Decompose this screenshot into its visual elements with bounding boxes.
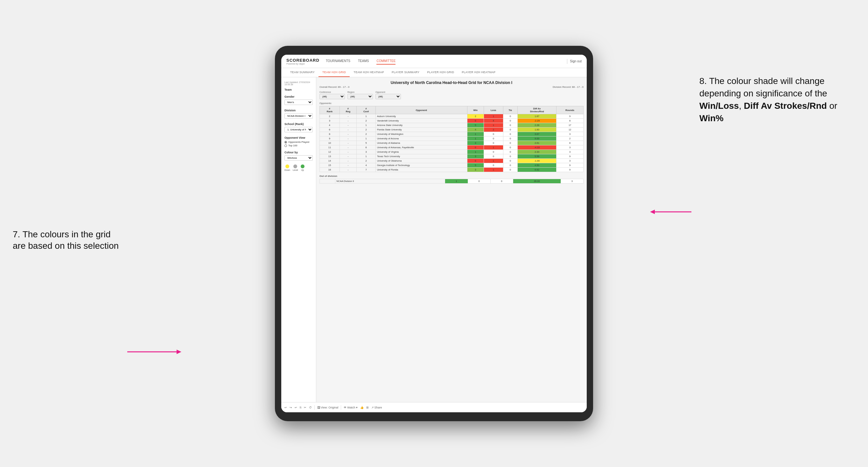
legend-up: Up <box>301 164 305 171</box>
sub-nav-team-h2h-heatmap[interactable]: TEAM H2H HEATMAP <box>350 68 388 77</box>
col-rank: #Rank <box>320 106 340 114</box>
arrow-left-icon <box>124 345 181 358</box>
sidebar-gender-section: Gender Men's <box>284 95 313 105</box>
table-row: 4 - 1 Arizona State University 5 1 0 2.2… <box>320 123 584 128</box>
grid-subtitle: Overall Record: 89 - 17 - 0 Division Rec… <box>319 86 584 88</box>
sidebar-timestamp: Last Updated: 27/03/2024 16:55:38 <box>284 81 313 86</box>
view-original-btn[interactable]: 🖼 View: Original <box>317 406 338 409</box>
legend-up-label: Up <box>301 169 304 171</box>
opponent-filter-label: Opponent <box>375 91 401 93</box>
color-legend: Down Level Up <box>284 164 313 171</box>
table-row: 9 - 1 University of Arizona 1 0 0 9.00 2 <box>320 136 584 141</box>
opponent-view-radio-group: Opponents Played Top 100 <box>284 141 313 147</box>
sidebar-division-label: Division <box>284 109 313 112</box>
radio-top100[interactable]: Top 100 <box>284 144 313 147</box>
col-diff: Diff AvStrokes/Rnd <box>517 106 556 114</box>
toolbar-icon2[interactable]: ⊞ <box>366 406 369 409</box>
table-row: 8 - 2 University of Washington 1 0 0 3.6… <box>320 132 584 136</box>
nav-links: TOURNAMENTS TEAMS COMMITTEE <box>326 58 567 65</box>
tablet-frame: SCOREBOARD Powered by clippd TOURNAMENTS… <box>275 46 593 421</box>
col-opponent: Opponent <box>375 106 467 114</box>
annotation-right-text: 8. The colour shade will change dependin… <box>700 76 827 98</box>
sidebar-gender-label: Gender <box>284 95 313 98</box>
sidebar-team-section: Team <box>284 88 313 91</box>
out-of-division: Out of division NCAA Division II 1 0 0 2… <box>319 175 584 184</box>
division-select[interactable]: NCAA Division I <box>284 113 313 119</box>
filters-row: Conference (All) Region (All) Opponent <box>319 91 584 99</box>
out-of-division-title: Out of division <box>319 175 584 178</box>
table-row: 12 - 3 University of Virginia 1 0 0 2.33… <box>320 150 584 154</box>
logo-sub: Powered by clippd <box>286 63 319 65</box>
toolbar-undo[interactable]: ↩ <box>284 406 287 409</box>
conference-filter: Conference (All) <box>319 91 345 99</box>
toolbar-redo[interactable]: ↪ <box>289 406 292 409</box>
col-loss: Loss <box>484 106 503 114</box>
table-row: 14 - 2 University of Oklahoma 0 1 0 -1.0… <box>320 159 584 163</box>
overall-record: Overall Record: 89 - 17 - 0 <box>319 86 349 88</box>
logo-area: SCOREBOARD Powered by clippd <box>286 58 319 65</box>
nav-tournaments[interactable]: TOURNAMENTS <box>326 58 350 65</box>
radio-dot-1 <box>284 141 287 144</box>
nav-teams[interactable]: TEAMS <box>358 58 369 65</box>
sub-nav-player-h2h-heatmap[interactable]: PLAYER H2H HEATMAP <box>458 68 499 77</box>
annotation-right: 8. The colour shade will change dependin… <box>700 75 859 125</box>
annotation-bold-2: Diff Av Strokes/Rnd <box>744 101 827 111</box>
gender-select[interactable]: Men's <box>284 100 313 105</box>
region-select[interactable]: (All) <box>347 94 373 99</box>
nav-divider <box>567 59 567 64</box>
annotation-left: 7. The colours in the grid are based on … <box>13 229 121 252</box>
sub-nav-team-summary[interactable]: TEAM SUMMARY <box>286 68 318 77</box>
conference-select[interactable]: (All) <box>319 94 345 99</box>
radio-opponents-played[interactable]: Opponents Played <box>284 141 313 144</box>
sub-nav-team-h2h-grid[interactable]: TEAM H2H GRID <box>318 68 350 77</box>
sidebar: Last Updated: 27/03/2024 16:55:38 Team G… <box>281 77 316 402</box>
sidebar-school-label: School (Rank) <box>284 122 313 126</box>
main-content: Last Updated: 27/03/2024 16:55:38 Team G… <box>281 77 587 402</box>
nav-bar: SCOREBOARD Powered by clippd TOURNAMENTS… <box>281 55 587 68</box>
toolbar-icon1[interactable]: 👍 <box>360 406 364 409</box>
toolbar-clock[interactable]: ⏱ <box>309 406 312 409</box>
arrow-right-icon <box>650 206 694 218</box>
opponent-filter: Opponent (All) <box>375 91 401 99</box>
col-win: Win <box>467 106 484 114</box>
out-of-division-table: NCAA Division II 1 0 0 26.00 3 <box>319 179 584 184</box>
legend-level-label: Level <box>293 169 298 171</box>
watch-btn[interactable]: 👁 Watch ▾ <box>344 406 357 409</box>
sub-nav-player-h2h-grid[interactable]: PLAYER H2H GRID <box>423 68 458 77</box>
sidebar-opponent-view-section: Opponent View Opponents Played Top 100 <box>284 136 313 147</box>
col-reg: #Reg <box>340 106 356 114</box>
sign-out-link[interactable]: Sign out <box>570 60 582 63</box>
toolbar-back[interactable]: ↩ <box>294 406 297 409</box>
table-row: NCAA Division II 1 0 0 26.00 3 <box>320 179 584 184</box>
legend-up-circle <box>301 164 305 168</box>
sidebar-colour-by-label: Colour by <box>284 151 313 154</box>
annotation-bold-3: Win% <box>700 113 723 123</box>
logo-text: SCOREBOARD <box>286 58 319 63</box>
table-row: 2 - 1 Auburn University 2 1 0 1.67 9 <box>320 114 584 119</box>
conference-filter-label: Conference <box>319 91 345 93</box>
table-row: 10 - 5 University of Alabama 3 0 0 2.61 … <box>320 141 584 145</box>
sub-nav-player-summary[interactable]: PLAYER SUMMARY <box>388 68 423 77</box>
toolbar-copy[interactable]: ⎘ <box>300 406 301 409</box>
colour-by-select[interactable]: Win/loss <box>284 155 313 161</box>
grid-title: University of North Carolina Head-to-Hea… <box>319 81 584 85</box>
legend-down: Down <box>284 164 290 171</box>
annotation-bold-1: Win/Loss <box>700 101 739 111</box>
legend-level: Level <box>293 164 298 171</box>
region-filter-label: Region <box>347 91 373 93</box>
school-select[interactable]: 1. University of Nort... <box>284 127 313 132</box>
share-btn[interactable]: ↗ Share <box>371 406 382 409</box>
sub-nav: TEAM SUMMARY TEAM H2H GRID TEAM H2H HEAT… <box>281 68 587 77</box>
toolbar-sep-1 <box>314 405 315 410</box>
data-table: #Rank #Reg #Conf Opponent Win Loss Tie D… <box>319 106 584 172</box>
legend-down-label: Down <box>284 169 290 171</box>
table-row: 15 - 4 Georgia Institute of Technology 5… <box>320 163 584 168</box>
toolbar-bottom: ↩ ↪ ↩ ⎘ ✂ ⏱ 🖼 View: Original 👁 Watch ▾ 👍… <box>281 402 587 412</box>
nav-committee[interactable]: COMMITTEE <box>376 58 396 65</box>
division-record: Division Record: 88 - 17 - 0 <box>553 86 584 88</box>
region-filter: Region (All) <box>347 91 373 99</box>
table-row: 16 - 7 University of Florida 3 1 0 6.62 … <box>320 168 584 172</box>
toolbar-cut[interactable]: ✂ <box>304 406 306 409</box>
radio-dot-2 <box>284 145 287 147</box>
opponent-select[interactable]: (All) <box>375 94 401 99</box>
